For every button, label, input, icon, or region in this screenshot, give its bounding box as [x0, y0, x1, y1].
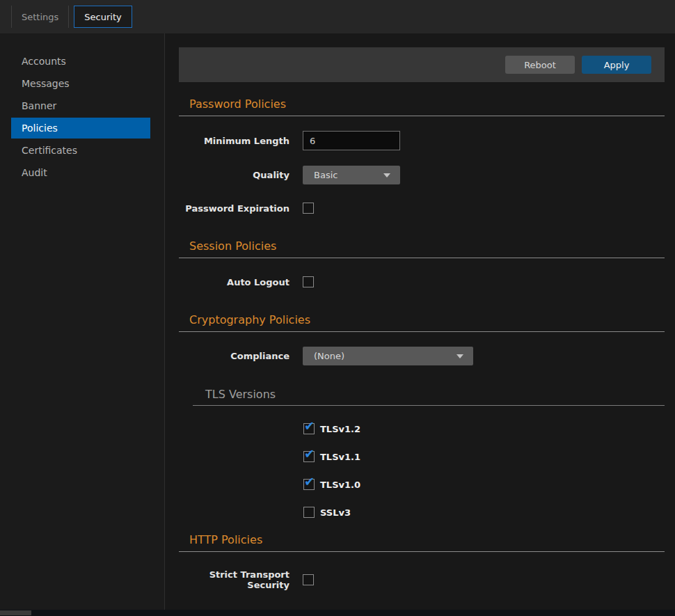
sslv3-label: SSLv3: [320, 507, 351, 518]
horizontal-scrollbar-thumb[interactable]: [0, 610, 31, 615]
password-expiration-row: Password Expiration ✔: [179, 203, 665, 214]
sidebar-item-messages[interactable]: Messages: [11, 72, 150, 95]
minimum-length-row: Minimum Length: [179, 131, 665, 150]
check-icon: ✔: [304, 419, 315, 433]
sidebar-item-audit[interactable]: Audit: [11, 161, 150, 184]
sidebar-item-accounts[interactable]: Accounts: [11, 50, 150, 72]
horizontal-scrollbar[interactable]: [0, 610, 675, 616]
auto-logout-checkbox[interactable]: ✔: [303, 276, 314, 287]
minimum-length-label: Minimum Length: [179, 136, 289, 146]
tlsv1-2-checkbox[interactable]: ✔: [303, 423, 315, 434]
tab-security[interactable]: Security: [74, 6, 132, 28]
section-http-policies: HTTP Policies Strict Transport Security …: [179, 533, 665, 590]
section-divider: [179, 258, 665, 258]
tlsv1-1-label: TLSv1.1: [320, 452, 360, 462]
section-title-cryptography-policies: Cryptography Policies: [189, 313, 665, 327]
section-divider: [179, 331, 665, 332]
strict-transport-security-checkbox[interactable]: ✔: [303, 574, 314, 585]
password-expiration-label: Password Expiration: [179, 203, 289, 214]
section-session-policies: Session Policies Auto Logout ✔: [179, 239, 665, 287]
sidebar-item-policies[interactable]: Policies: [11, 118, 150, 139]
reboot-button[interactable]: Reboot: [505, 56, 575, 74]
action-toolbar: Reboot Apply: [179, 47, 665, 82]
chevron-down-icon: [456, 354, 463, 358]
tlsv1-0-checkbox[interactable]: ✔: [303, 479, 315, 490]
tab-separator: [68, 6, 69, 28]
quality-label: Quality: [179, 170, 289, 180]
chevron-down-icon: [383, 173, 390, 177]
auto-logout-label: Auto Logout: [179, 277, 289, 287]
apply-button[interactable]: Apply: [582, 56, 651, 74]
compliance-dropdown[interactable]: (None): [303, 347, 473, 365]
compliance-row: Compliance (None): [179, 347, 665, 365]
compliance-label: Compliance: [179, 351, 289, 361]
main-content: Reboot Apply Password Policies Minimum L…: [165, 33, 675, 610]
tls-versions-block: TLS Versions ✔ TLSv1.2 ✔ TLSv1.1 ✔ TLSv1…: [179, 388, 665, 518]
minimum-length-input[interactable]: [303, 131, 400, 150]
section-title-password-policies: Password Policies: [189, 97, 665, 111]
tls-option-row: ✔ TLSv1.1: [303, 451, 665, 462]
tls-option-row: ✔ TLSv1.2: [303, 423, 665, 434]
tlsv1-1-checkbox[interactable]: ✔: [303, 451, 315, 462]
sidebar-nav: Accounts Messages Banner Policies Certif…: [0, 33, 164, 610]
section-divider: [179, 116, 665, 116]
tls-option-row: ✔ SSLv3: [303, 507, 665, 518]
strict-transport-security-label: Strict Transport Security: [179, 569, 289, 590]
sidebar-item-certificates[interactable]: Certificates: [11, 139, 150, 161]
quality-dropdown[interactable]: Basic: [303, 166, 400, 184]
subsection-divider: [193, 405, 665, 406]
password-expiration-checkbox[interactable]: ✔: [303, 203, 314, 214]
check-icon: ✔: [304, 475, 315, 489]
section-title-http-policies: HTTP Policies: [189, 533, 665, 547]
check-icon: ✔: [304, 447, 315, 461]
tlsv1-0-label: TLSv1.0: [320, 480, 360, 490]
sidebar-item-banner[interactable]: Banner: [11, 95, 150, 117]
tlsv1-2-label: TLSv1.2: [320, 424, 360, 434]
section-password-policies: Password Policies Minimum Length Quality…: [179, 97, 665, 214]
strict-transport-security-row: Strict Transport Security ✔: [179, 569, 665, 590]
quality-row: Quality Basic: [179, 166, 665, 184]
tab-settings[interactable]: Settings: [12, 6, 68, 28]
tls-option-row: ✔ TLSv1.0: [303, 479, 665, 490]
section-divider: [179, 551, 665, 552]
section-title-session-policies: Session Policies: [189, 239, 665, 253]
subsection-title-tls-versions: TLS Versions: [205, 388, 665, 402]
compliance-dropdown-value: (None): [314, 351, 344, 361]
sslv3-checkbox[interactable]: ✔: [303, 507, 315, 518]
section-cryptography-policies: Cryptography Policies Compliance (None) …: [179, 313, 665, 518]
quality-dropdown-value: Basic: [314, 170, 338, 180]
auto-logout-row: Auto Logout ✔: [179, 276, 665, 287]
top-header-bar: Settings Security: [0, 0, 675, 33]
